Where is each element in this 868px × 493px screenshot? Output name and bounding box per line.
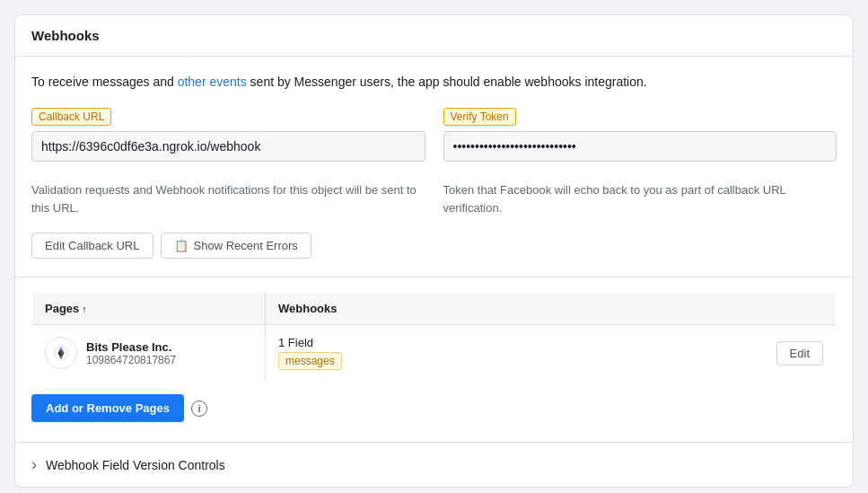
table-section: Pages↑ Webhooks — [15, 277, 853, 442]
card-body: To receive messages and other events sen… — [15, 57, 853, 277]
add-pages-row: Add or Remove Pages i — [31, 394, 837, 422]
action-buttons: Edit Callback URL 📋 Show Recent Errors — [31, 233, 837, 259]
pages-column-header: Pages↑ — [32, 293, 266, 325]
chevron-right-icon: › — [31, 455, 37, 474]
callback-url-label: Callback URL — [31, 108, 111, 126]
verify-token-label: Verify Token — [443, 108, 516, 126]
fields-row: Callback URL Verify Token — [31, 108, 837, 162]
webhooks-cell: 1 Field messages Edit — [266, 325, 837, 382]
pages-table: Pages↑ Webhooks — [31, 292, 837, 382]
accordion-section: › Webhook Field Version Controls — [15, 442, 853, 487]
field-count: 1 Field — [278, 336, 342, 349]
edit-webhook-button[interactable]: Edit — [776, 341, 823, 365]
table-header-row: Pages↑ Webhooks — [32, 293, 837, 325]
page-name: Bits Please Inc. — [86, 340, 176, 354]
webhook-tag: messages — [278, 352, 342, 370]
edit-callback-url-button[interactable]: Edit Callback URL — [31, 233, 153, 259]
page-info: Bits Please Inc. 109864720817867 — [45, 337, 252, 369]
table-row: Bits Please Inc. 109864720817867 1 Field… — [32, 325, 837, 382]
callback-url-hint: Validation requests and Webhook notifica… — [31, 174, 425, 216]
callback-url-group: Callback URL — [31, 108, 425, 162]
info-icon[interactable]: i — [191, 401, 207, 417]
other-events-link[interactable]: other events — [178, 75, 247, 89]
page-logo — [45, 337, 77, 369]
show-recent-errors-label: Show Recent Errors — [194, 239, 298, 252]
page-cell: Bits Please Inc. 109864720817867 — [32, 325, 266, 382]
webhooks-cell-inner: 1 Field messages Edit — [278, 336, 823, 370]
edit-callback-url-label: Edit Callback URL — [45, 239, 140, 252]
add-remove-pages-button[interactable]: Add or Remove Pages — [31, 394, 184, 422]
webhooks-card: Webhooks To receive messages and other e… — [14, 14, 854, 488]
webhook-info: 1 Field messages — [278, 336, 342, 370]
show-recent-errors-button[interactable]: 📋 Show Recent Errors — [161, 233, 311, 259]
verify-token-input[interactable] — [443, 131, 837, 162]
callback-url-input[interactable] — [31, 131, 425, 162]
card-title: Webhooks — [15, 15, 853, 57]
accordion-header[interactable]: › Webhook Field Version Controls — [15, 443, 853, 487]
page-text: Bits Please Inc. 109864720817867 — [86, 340, 176, 366]
sort-up-icon: ↑ — [82, 304, 87, 314]
clipboard-icon: 📋 — [174, 239, 189, 252]
hints-row: Validation requests and Webhook notifica… — [31, 174, 837, 216]
webhooks-column-header: Webhooks — [266, 293, 837, 325]
description-text: To receive messages and other events sen… — [31, 73, 837, 92]
page-id: 109864720817867 — [86, 354, 176, 366]
page-avatar-icon — [47, 339, 75, 367]
accordion-label: Webhook Field Version Controls — [46, 458, 225, 472]
verify-token-hint: Token that Facebook will echo back to yo… — [443, 174, 837, 216]
verify-token-group: Verify Token — [443, 108, 837, 162]
